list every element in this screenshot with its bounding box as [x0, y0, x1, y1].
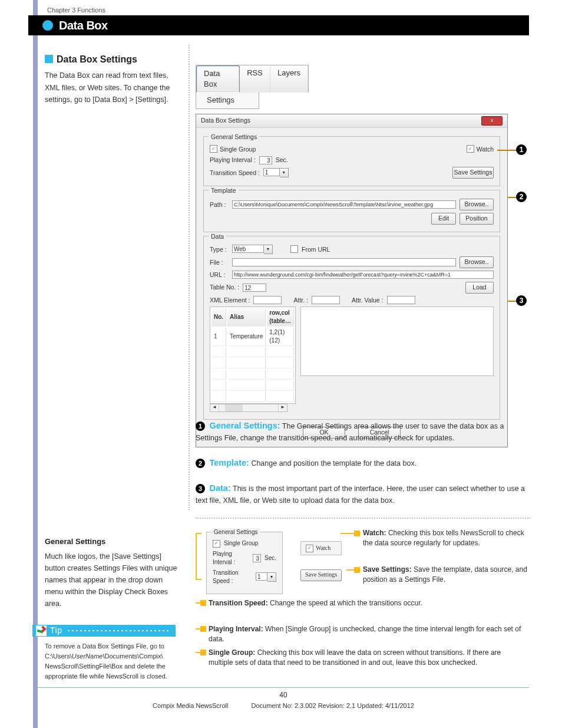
horizontal-dotted-divider: [196, 518, 530, 519]
mini-save-settings-button[interactable]: Save Settings: [300, 569, 342, 581]
oline-tspeed: [196, 602, 201, 604]
from-url-checkbox[interactable]: ✓: [290, 245, 298, 253]
alias-table-hscrollbar[interactable]: ◄►: [210, 404, 287, 412]
detail-pint: Playing Interval: When [Single Group] is…: [209, 624, 527, 645]
detail-save: Save Settings: Save the template, data s…: [363, 565, 528, 585]
dialog-title: Data Box Settings: [201, 116, 250, 125]
transition-speed-select[interactable]: 1 ▼: [263, 168, 289, 177]
subtab-settings[interactable]: Settings: [196, 93, 259, 108]
callout-line-2: [508, 197, 516, 198]
callout-2: 2: [516, 192, 527, 202]
chevron-down-icon: ▼: [280, 168, 289, 177]
data-file-input[interactable]: [232, 258, 456, 266]
bracket-left: [196, 533, 201, 580]
data-browse-button[interactable]: Browse..: [459, 256, 494, 268]
callout-3: 3: [516, 295, 527, 306]
save-settings-button[interactable]: Save Settings: [452, 167, 494, 179]
playing-interval-input[interactable]: 3: [259, 156, 272, 164]
title-bar: Data Box: [28, 15, 529, 35]
attr-input[interactable]: [312, 296, 340, 304]
desc-data: 3 Data: This is the most important part …: [196, 482, 530, 506]
tip-icon: [36, 625, 47, 636]
chapter-label: Chapter 3 Functions: [47, 6, 105, 15]
mini-watch-checkbox[interactable]: ✓: [306, 545, 313, 552]
detail-tspeed: Transition Speed: Change the speed at wh…: [209, 598, 527, 608]
mini-playing-interval-input[interactable]: 3: [253, 554, 261, 562]
template-position-button[interactable]: Position: [459, 213, 494, 225]
callout-1: 1: [516, 144, 527, 155]
callout-line-3: [508, 301, 516, 302]
orange-box-watch: [354, 531, 360, 536]
attr-value-input[interactable]: [387, 296, 415, 304]
section-subtitle: Data Box Settings: [45, 53, 137, 66]
fieldset-data: Data Type : Web ▼ ✓ From URL File :: [203, 236, 500, 420]
desc-general-settings: 1 General Settings: The General Settings…: [196, 420, 530, 444]
page-title: Data Box: [59, 17, 108, 34]
footer-docinfo: Document No: 2.3.002 Revision: 2.1 Updat…: [252, 701, 414, 710]
mini-transition-speed-select[interactable]: 1▼: [256, 572, 276, 582]
main-tabs: Data Box RSS Layers: [196, 65, 309, 93]
mini-general-settings: General Settings ✓Single Group Playing I…: [206, 532, 283, 594]
oline-save: [346, 569, 355, 571]
chevron-down-icon: ▼: [264, 245, 273, 254]
detail-watch: Watch: Checking this box tells NewsScrol…: [363, 528, 528, 549]
load-button[interactable]: Load: [465, 282, 494, 294]
vertical-dotted-divider: [189, 45, 190, 510]
chevron-down-icon: ▼: [267, 572, 276, 582]
detail-sgrp: Single Group: Checking this box will lea…: [209, 648, 527, 668]
tip-text: To remove a Data Box Settings File, go t…: [45, 641, 180, 681]
left-margin-bar: [33, 0, 38, 728]
close-button[interactable]: x: [481, 116, 503, 126]
dialog-data-box-settings: Data Box Settings x General Settings ✓ S…: [196, 114, 508, 448]
desc-template: 2 Template: Change and position the temp…: [196, 457, 530, 470]
general-settings-sidebar: General Settings Much like logos, the [S…: [45, 536, 180, 610]
orange-box-save: [354, 567, 360, 573]
screenshot-databox-settings: Data Box RSS Layers Settings Data Box Se…: [196, 65, 508, 447]
fieldset-general: General Settings ✓ Single Group ✓ Watch …: [203, 136, 500, 186]
single-group-checkbox[interactable]: ✓: [210, 145, 217, 153]
oline-watch: [340, 533, 355, 534]
mini-watch-save: ✓Watch Save Settings: [300, 541, 342, 581]
fieldset-template: Template Path : C:\Users\Monique\Documen…: [203, 190, 500, 232]
xml-element-input[interactable]: [253, 296, 282, 304]
tip-bar: Tip: [32, 625, 176, 637]
tab-rss[interactable]: RSS: [240, 65, 270, 93]
template-edit-button[interactable]: Edit: [431, 213, 456, 225]
intro-text: The Data Box can read from text files, X…: [45, 70, 180, 106]
tab-layers[interactable]: Layers: [270, 65, 308, 93]
tab-data-box[interactable]: Data Box: [196, 65, 240, 93]
data-url-input[interactable]: http://www.wunderground.com/cgi-bin/find…: [232, 271, 494, 279]
table-row[interactable]: 1Temperature1,2(1) (12): [211, 328, 294, 346]
data-type-select[interactable]: Web ▼: [232, 245, 273, 254]
page-footer: 40 Compix Media NewsScroll Document No: …: [38, 687, 529, 710]
callout-line-1: [497, 150, 516, 151]
watch-checkbox[interactable]: ✓: [467, 145, 474, 153]
table-no-input[interactable]: 12: [243, 284, 266, 292]
template-browse-button[interactable]: Browse..: [459, 199, 494, 210]
oline-sgrp: [196, 652, 201, 653]
tip-dots: [68, 630, 171, 631]
oline-pint: [196, 628, 201, 630]
title-bullet-icon: [42, 20, 53, 31]
mini-single-group-checkbox[interactable]: ✓: [213, 540, 220, 548]
subtitle-square-icon: [45, 55, 53, 63]
template-path-input[interactable]: C:\Users\Monique\Documents\Compix\NewsSc…: [232, 200, 456, 209]
data-preview-table: [300, 307, 494, 376]
alias-table: No.Aliasrow,col (table… 1Temperature1,2(…: [210, 307, 296, 404]
footer-product: Compix Media NewsScroll: [153, 701, 228, 710]
page-number: 40: [38, 690, 529, 700]
